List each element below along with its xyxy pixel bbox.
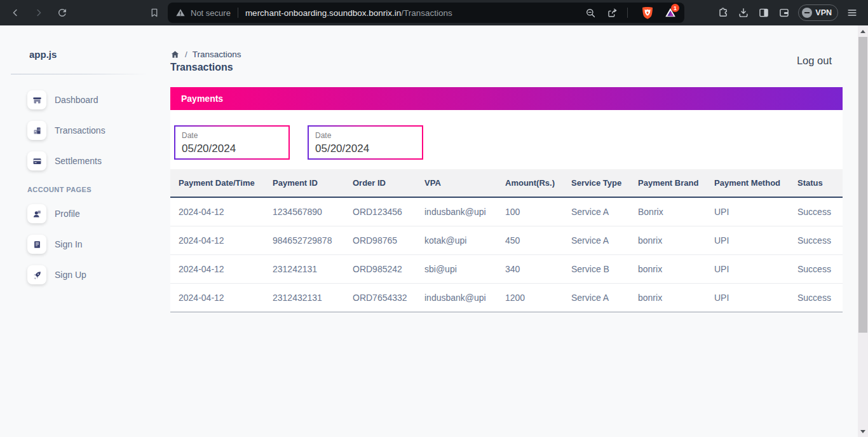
- table-cell: 2024-04-12: [170, 283, 264, 312]
- date-to-input[interactable]: Date 05/20/2024: [308, 125, 423, 160]
- column-header: Payment Brand: [630, 169, 706, 197]
- table-cell: Success: [789, 283, 843, 312]
- table-cell: ORD98765: [344, 226, 416, 254]
- share-icon[interactable]: [606, 7, 618, 19]
- breadcrumb-current[interactable]: Transactions: [193, 50, 241, 59]
- table-cell: 340: [497, 254, 563, 283]
- column-header: VPA: [416, 169, 497, 197]
- menu-icon[interactable]: [846, 6, 858, 19]
- office-icon: [32, 126, 42, 135]
- table-row: 2024-04-12984652729878ORD98765kotak@upi4…: [170, 226, 843, 254]
- browser-chrome: Not secure merchant-onboarding.soundbox.…: [0, 0, 868, 25]
- logout-button[interactable]: Log out: [797, 55, 832, 73]
- table-cell: indusbank@upi: [416, 197, 497, 226]
- sidebar-item-signin[interactable]: Sign In: [27, 235, 159, 254]
- sidebar-toggle-icon[interactable]: [757, 6, 770, 19]
- shop-icon: [32, 95, 42, 105]
- date-value: 05/20/2024: [182, 142, 288, 155]
- page: app.js Dashboard Transactions Settlement…: [0, 25, 868, 437]
- security-label: Not secure: [191, 8, 231, 18]
- home-icon[interactable]: [170, 50, 180, 59]
- sidebar-item-label: Sign Up: [55, 270, 86, 280]
- table-cell: bonrix: [630, 226, 706, 254]
- sidebar: app.js Dashboard Transactions Settlement…: [0, 25, 159, 437]
- date-from-input[interactable]: Date 05/20/2024: [174, 125, 290, 160]
- scrollbar-down-arrow[interactable]: [858, 427, 868, 436]
- sidebar-item-settlements[interactable]: Settlements: [27, 151, 159, 170]
- table-cell: 2024-04-12: [170, 254, 264, 283]
- table-cell: 2024-04-12: [170, 197, 264, 226]
- table-cell: indusbank@upi: [416, 283, 497, 312]
- bookmark-icon[interactable]: [149, 7, 160, 18]
- column-header: Status: [789, 169, 843, 197]
- table-cell: 100: [497, 197, 563, 226]
- table-cell: Bonrix: [630, 197, 706, 226]
- back-icon[interactable]: [10, 7, 21, 18]
- address-separator: [627, 8, 628, 18]
- sidebar-item-label: Dashboard: [55, 95, 98, 105]
- address-separator: [238, 8, 238, 18]
- table-cell: 1200: [497, 283, 563, 312]
- sidebar-item-profile[interactable]: Profile: [27, 204, 159, 223]
- app-brand: app.js: [29, 49, 159, 60]
- forward-icon[interactable]: [33, 7, 44, 18]
- sidebar-divider: [11, 74, 148, 74]
- main-content: / Transactions Transactions Log out Paym…: [159, 25, 868, 437]
- column-header: Payment Date/Time: [170, 169, 264, 197]
- table-cell: Success: [789, 226, 843, 254]
- table-cell: UPI: [706, 254, 789, 283]
- transactions-table: Payment Date/TimePayment IDOrder IDVPAAm…: [170, 169, 843, 312]
- table-cell: UPI: [706, 283, 789, 312]
- table-header-row: Payment Date/TimePayment IDOrder IDVPAAm…: [170, 169, 843, 197]
- table-cell: Service B: [563, 254, 630, 283]
- table-row: 2024-04-122312432131ORD7654332indusbank@…: [170, 283, 843, 312]
- date-value: 05/20/2024: [315, 142, 422, 155]
- table-cell: Success: [789, 197, 843, 226]
- sidebar-item-label: Transactions: [55, 125, 105, 135]
- table-cell: 231242131: [264, 254, 344, 283]
- sidebar-item-signup[interactable]: Sign Up: [27, 265, 159, 284]
- column-header: Payment Method: [706, 169, 789, 197]
- page-scrollbar[interactable]: [858, 25, 868, 437]
- column-header: Order ID: [344, 169, 416, 197]
- scrollbar-thumb[interactable]: [858, 37, 867, 333]
- column-header: Amount(Rs.): [497, 169, 563, 197]
- date-label: Date: [315, 131, 422, 140]
- table-cell: ORD985242: [344, 254, 416, 283]
- payments-card: Payments Date 05/20/2024 Date 05/20/2024…: [170, 87, 843, 312]
- date-label: Date: [182, 131, 288, 140]
- downloads-icon[interactable]: [737, 6, 750, 19]
- sidebar-item-transactions[interactable]: Transactions: [27, 121, 159, 140]
- table-cell: 984652729878: [264, 226, 344, 254]
- table-row: 2024-04-121234567890ORD123456indusbank@u…: [170, 197, 843, 226]
- payments-title: Payments: [181, 94, 223, 104]
- column-header: Payment ID: [264, 169, 344, 197]
- table-cell: 2024-04-12: [170, 226, 264, 254]
- sidebar-item-label: Settlements: [55, 156, 102, 166]
- table-cell: Success: [789, 254, 843, 283]
- scrollbar-up-arrow[interactable]: [858, 27, 868, 36]
- rewards-badge: 1: [671, 4, 679, 12]
- vpn-status-icon: [802, 8, 812, 18]
- sidebar-item-label: Profile: [55, 209, 80, 219]
- payments-header: Payments: [170, 87, 843, 110]
- wallet-icon[interactable]: [778, 6, 790, 19]
- column-header: Service Type: [563, 169, 630, 197]
- table-cell: UPI: [706, 226, 789, 254]
- reload-icon[interactable]: [57, 7, 68, 18]
- zoom-icon[interactable]: [585, 7, 597, 19]
- brave-shield-icon[interactable]: [641, 6, 654, 20]
- sidebar-item-dashboard[interactable]: Dashboard: [27, 90, 159, 109]
- credit-card-icon: [32, 156, 42, 166]
- address-bar[interactable]: Not secure merchant-onboarding.soundbox.…: [168, 3, 684, 23]
- table-cell: ORD7654332: [344, 283, 416, 312]
- table-cell: Service A: [563, 226, 630, 254]
- vpn-button[interactable]: VPN: [798, 4, 838, 21]
- table-cell: kotak@upi: [416, 226, 497, 254]
- table-cell: 2312432131: [264, 283, 344, 312]
- transactions-table-body: 2024-04-121234567890ORD123456indusbank@u…: [170, 197, 843, 312]
- sidebar-section-title: ACCOUNT PAGES: [27, 186, 159, 193]
- not-secure-warning-icon: [175, 8, 186, 18]
- extensions-icon[interactable]: [717, 6, 729, 19]
- page-title: Transactions: [170, 62, 241, 73]
